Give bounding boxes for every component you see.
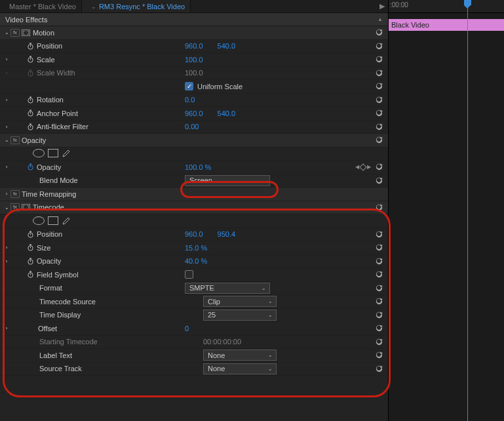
value-x[interactable]: 960.0 — [185, 230, 203, 238]
reset-icon[interactable] — [374, 270, 384, 280]
tab-clip[interactable]: ⌄ RM3 Resync * Black Video — [82, 0, 191, 12]
reset-icon[interactable] — [374, 94, 384, 105]
reset-icon[interactable] — [374, 336, 384, 347]
value-x[interactable]: 960.0 — [185, 42, 203, 50]
source-track-select[interactable]: None⌄ — [203, 363, 277, 374]
value-y[interactable]: 540.0 — [218, 42, 236, 50]
reset-icon[interactable] — [374, 256, 384, 266]
reset-icon[interactable] — [374, 135, 384, 146]
playhead-handle-icon[interactable] — [464, 0, 471, 5]
select-value: None — [208, 365, 225, 372]
reset-icon[interactable] — [374, 363, 384, 374]
label-text-select[interactable]: None⌄ — [203, 350, 277, 361]
mask-rect-icon[interactable] — [48, 216, 58, 225]
reset-icon[interactable] — [374, 350, 384, 361]
stopwatch-icon[interactable] — [26, 163, 34, 171]
uniform-scale-checkbox[interactable] — [185, 82, 193, 90]
mask-ellipse-icon[interactable] — [33, 149, 45, 157]
add-key-icon[interactable] — [359, 163, 366, 170]
stopwatch-icon[interactable] — [26, 96, 34, 104]
prop-uniform-scale: Uniform Scale — [0, 80, 388, 94]
reset-icon[interactable] — [374, 68, 384, 78]
transform-icon[interactable] — [22, 30, 30, 36]
reset-icon[interactable] — [374, 296, 384, 307]
section-video-effects[interactable]: Video Effects ▲ — [0, 13, 388, 26]
reset-icon[interactable] — [374, 108, 384, 119]
tab-scroll-right-icon[interactable]: ▶ — [376, 0, 388, 12]
value[interactable]: 100.0 — [185, 56, 203, 64]
mask-rect-icon[interactable] — [48, 149, 58, 157]
reset-icon[interactable] — [374, 229, 384, 239]
twisty-icon[interactable]: › — [3, 258, 10, 264]
reset-icon[interactable] — [374, 28, 384, 38]
effect-timeline[interactable]: :00:00 Black Video — [388, 0, 504, 421]
mask-pen-icon[interactable] — [62, 216, 71, 226]
value-y[interactable]: 540.0 — [218, 110, 236, 117]
stopwatch-icon[interactable] — [26, 42, 34, 50]
field-symbol-checkbox[interactable] — [185, 270, 193, 279]
prop-label: Scale Width — [37, 69, 75, 77]
twisty-icon[interactable]: ⌄ — [3, 30, 10, 35]
value-x[interactable]: 960.0 — [185, 110, 203, 117]
reset-icon[interactable] — [374, 41, 384, 51]
twisty-icon[interactable]: ⌄ — [3, 205, 10, 210]
reset-icon[interactable] — [374, 175, 384, 186]
effects-list: ⌄ fx Motion › Position 960.0 540.0 › — [0, 26, 388, 421]
twisty-icon[interactable]: › — [3, 56, 10, 62]
value[interactable]: 40.0 % — [185, 257, 207, 265]
fx-badge-icon[interactable]: fx — [10, 190, 20, 198]
reset-icon[interactable] — [374, 283, 384, 293]
twisty-icon[interactable]: › — [3, 191, 10, 197]
reset-icon[interactable] — [374, 310, 384, 320]
value[interactable]: 0.0 — [185, 96, 195, 104]
stopwatch-icon[interactable] — [26, 257, 34, 265]
fx-badge-icon[interactable]: fx — [10, 203, 20, 211]
twisty-icon[interactable]: › — [3, 97, 10, 103]
fx-badge-icon[interactable]: fx — [10, 29, 20, 37]
playhead[interactable] — [467, 0, 468, 421]
twisty-icon[interactable]: › — [3, 164, 10, 170]
stopwatch-icon[interactable] — [26, 123, 34, 130]
twisty-icon[interactable]: › — [3, 124, 10, 130]
reset-icon[interactable] — [374, 81, 384, 92]
mask-ellipse-icon[interactable] — [33, 216, 45, 225]
tc-source-select[interactable]: Clip⌄ — [203, 296, 277, 307]
effect-opacity[interactable]: ⌄ fx Opacity — [0, 134, 388, 148]
value[interactable]: 100.0 % — [185, 163, 211, 171]
fx-badge-icon[interactable]: fx — [10, 136, 20, 144]
twisty-icon[interactable]: ⌄ — [3, 137, 10, 143]
effect-timecode[interactable]: ⌄ fx Timecode — [0, 201, 388, 215]
reset-icon[interactable] — [374, 323, 384, 334]
format-select[interactable]: SMPTE⌄ — [185, 283, 270, 294]
keyframe-nav[interactable]: ◀▶ — [355, 164, 371, 170]
clip-bar[interactable]: Black Video — [389, 19, 504, 31]
reset-icon[interactable] — [374, 121, 384, 132]
stopwatch-icon[interactable] — [26, 110, 34, 117]
transform-icon[interactable] — [22, 204, 30, 210]
time-ruler[interactable]: :00:00 — [389, 0, 504, 13]
prop-tc-opacity: › Opacity 40.0 % — [0, 255, 388, 269]
value[interactable]: 0.00 — [185, 123, 199, 130]
effect-motion[interactable]: ⌄ fx Motion — [0, 26, 388, 40]
effect-controls-panel: Master * Black Video ⌄ RM3 Resync * Blac… — [0, 0, 388, 421]
stopwatch-icon[interactable] — [26, 56, 34, 64]
twisty-icon[interactable]: › — [3, 325, 10, 331]
value[interactable]: 0 — [185, 325, 189, 332]
effect-time-remapping[interactable]: › fx Time Remapping — [0, 188, 388, 201]
tab-master[interactable]: Master * Black Video — [4, 0, 82, 12]
stopwatch-icon[interactable] — [26, 244, 34, 252]
twisty-icon[interactable]: › — [3, 245, 10, 251]
next-key-icon[interactable]: ▶ — [367, 164, 371, 170]
stopwatch-icon[interactable] — [26, 230, 34, 238]
mask-pen-icon[interactable] — [62, 149, 71, 158]
value-y[interactable]: 950.4 — [218, 230, 236, 238]
value[interactable]: 15.0 % — [185, 244, 207, 252]
time-display-select[interactable]: 25⌄ — [203, 310, 277, 321]
stopwatch-icon[interactable] — [26, 271, 34, 279]
prop-label: Size — [37, 244, 50, 252]
blend-mode-select[interactable]: Screen⌄ — [185, 175, 270, 186]
reset-icon[interactable] — [374, 243, 384, 253]
reset-icon[interactable] — [374, 162, 384, 172]
reset-icon[interactable] — [374, 54, 384, 65]
reset-icon[interactable] — [374, 202, 384, 212]
